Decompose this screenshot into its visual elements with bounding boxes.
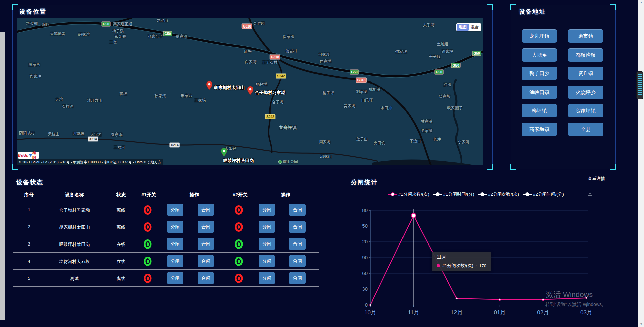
corner-accent	[487, 164, 493, 170]
scrollbar-track[interactable]: ▲ ▼	[638, 0, 644, 327]
close-switch-button[interactable]: 合闸	[289, 255, 306, 267]
map-place-label: 杨树坳	[256, 82, 268, 87]
road-badge-x214: X214	[88, 137, 98, 142]
map-place-label: 高家堰互通	[113, 22, 132, 27]
map-marker-pin[interactable]	[221, 148, 227, 157]
open-switch-button[interactable]: 分闸	[259, 238, 275, 250]
cell-name: 合子坳村习家坳	[59, 207, 90, 213]
close-switch-button[interactable]: 合闸	[198, 238, 214, 250]
cell-status: 在线	[117, 241, 125, 248]
close-switch-button[interactable]: 合闸	[198, 204, 214, 216]
address-button[interactable]: 榔坪镇	[522, 104, 557, 117]
section-title-status: 设备状态	[16, 178, 43, 186]
close-switch-button[interactable]: 合闸	[198, 272, 214, 284]
map-place-label: 紫金寨	[115, 34, 126, 39]
legend-label: #2分闸次数/(次)	[488, 191, 519, 197]
cell-status: 离线	[117, 276, 125, 282]
close-switch-button[interactable]: 合闸	[289, 272, 306, 284]
road-badge-g318: G318	[270, 55, 280, 60]
download-icon[interactable]	[587, 190, 593, 198]
tooltip-series-dot	[437, 264, 440, 267]
map-marker-pin[interactable]	[206, 81, 212, 90]
switch1-indicator-red	[144, 222, 152, 232]
svg-text:12月: 12月	[451, 309, 463, 316]
map-type-map[interactable]: 地图	[457, 24, 469, 31]
svg-text:11月: 11月	[408, 309, 419, 316]
address-button[interactable]: 贺家坪镇	[568, 104, 603, 117]
view-details-link[interactable]: 查看详情	[588, 176, 605, 182]
map-place-label: 庙坪	[244, 49, 252, 54]
road-badge-g50: G50	[435, 70, 444, 75]
svg-text:90: 90	[362, 255, 368, 260]
close-switch-button[interactable]: 合闸	[198, 255, 214, 267]
address-button[interactable]: 资丘镇	[568, 67, 603, 80]
address-button[interactable]: 火烧坪乡	[568, 86, 603, 99]
address-button[interactable]: 渔峡口镇	[522, 86, 557, 99]
map-marker-pin[interactable]	[247, 86, 253, 95]
legend-label: #1分闸次数/(次)	[398, 191, 429, 197]
svg-text:60: 60	[362, 270, 368, 276]
table-header: 序号设备名称状态#1开关操作#2开关操作	[13, 189, 319, 201]
map-place-label: 曾家坡	[439, 94, 451, 99]
open-switch-button[interactable]: 分闸	[259, 221, 275, 233]
address-button[interactable]: 都镇湾镇	[568, 48, 603, 62]
open-switch-button[interactable]: 分闸	[259, 255, 275, 267]
address-button[interactable]: 高家堰镇	[522, 123, 557, 136]
switch2-indicator-red	[235, 222, 243, 232]
scrollbar-thumb[interactable]	[0, 32, 5, 320]
road-badge-g50: G50	[350, 70, 359, 75]
legend-item[interactable]: #1分闸时间/(分)	[433, 191, 474, 197]
scrollbar-down-arrow[interactable]: ▼	[638, 322, 644, 327]
switch2-indicator-green	[235, 257, 243, 266]
map-type-control: 地图 混合	[456, 23, 481, 31]
open-switch-button[interactable]: 分闸	[167, 204, 183, 216]
road-badge-x214: X214	[169, 143, 180, 148]
corner-accent	[487, 4, 493, 10]
address-button[interactable]: 大堰乡	[522, 48, 557, 62]
column-header: 操作	[190, 192, 199, 198]
legend-item[interactable]: #2分闸次数/(次)	[478, 191, 519, 197]
address-button[interactable]: 全县	[568, 123, 603, 136]
close-switch-button[interactable]: 合闸	[289, 221, 306, 233]
column-header: 操作	[281, 192, 290, 198]
road-badge-g318: G318	[356, 78, 367, 83]
open-switch-button[interactable]: 分闸	[167, 221, 183, 233]
address-button[interactable]: 鸭子口乡	[522, 67, 557, 80]
map-place-label: 天鹅抱蛋	[50, 31, 65, 36]
map-place-label: 王家垴	[194, 98, 206, 103]
map-place-label: 刘家坳	[356, 89, 368, 94]
baidu-paw-icon	[29, 154, 32, 157]
legend-label: #2分闸时间/(分)	[533, 191, 564, 197]
switch1-indicator-green	[144, 239, 152, 249]
cell-name: 胡家棚村太阳山	[59, 224, 90, 230]
open-switch-button[interactable]: 分闸	[167, 255, 183, 267]
map-place-label: 水田冲	[381, 106, 392, 111]
corner-accent	[510, 164, 516, 170]
map-place-label: 渡家沟	[29, 62, 40, 67]
map-place-label: 李家河	[458, 140, 470, 145]
map-place-label: 白氏坪	[361, 98, 373, 103]
close-switch-button[interactable]: 合闸	[198, 221, 214, 233]
open-switch-button[interactable]: 分闸	[167, 238, 183, 250]
map-marker-label: 晒鼓坪村荒田岗	[223, 158, 254, 164]
map-place-label: 龙家湾	[421, 128, 433, 133]
open-switch-button[interactable]: 分闸	[167, 272, 183, 284]
svg-text:180: 180	[362, 207, 368, 213]
park-icon	[278, 160, 282, 164]
map-place-label: 火田坑	[374, 141, 385, 146]
address-button[interactable]: 磨市镇	[568, 29, 603, 43]
scrollbar-up-arrow[interactable]: ▲	[638, 0, 644, 5]
legend-item[interactable]: #2分闸时间/(分)	[523, 191, 564, 197]
close-switch-button[interactable]: 合闸	[289, 204, 306, 216]
device-status-table: 序号设备名称状态#1开关操作#2开关操作 1合子坳村习家坳离线分闸合闸分闸合闸2…	[13, 189, 319, 287]
map-type-hybrid[interactable]: 混合	[469, 24, 481, 31]
legend-item[interactable]: #1分闸次数/(次)	[388, 191, 429, 197]
svg-text:30: 30	[362, 286, 368, 292]
tooltip-value: 170	[479, 263, 486, 268]
map-place-label: 保家湾	[283, 34, 294, 39]
open-switch-button[interactable]: 分闸	[259, 204, 275, 216]
close-switch-button[interactable]: 合闸	[289, 238, 306, 250]
address-button[interactable]: 龙舟坪镇	[522, 29, 557, 43]
open-switch-button[interactable]: 分闸	[259, 272, 275, 284]
baidu-map[interactable]: 笔架槽洞坪天鹅抱蛋胡家湾高家堰互通龙池山梅子溪紫金寨二墩张家台子彭家淌金竹园保家…	[17, 18, 483, 165]
